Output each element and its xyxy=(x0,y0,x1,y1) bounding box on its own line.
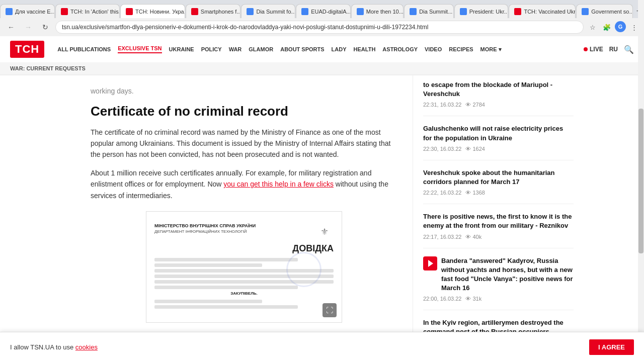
nav-video[interactable]: VIDEO xyxy=(425,46,442,52)
forward-button[interactable]: → xyxy=(21,20,35,34)
sidebar-news-2-time: 22:30, 16.03.22 xyxy=(423,146,461,152)
sidebar-news-2-meta: 22:30, 16.03.22 👁 1624 xyxy=(423,146,574,152)
eye-icon-2: 👁 xyxy=(465,146,471,152)
expand-doc-button[interactable]: ⛶ xyxy=(323,303,337,317)
nav-about-sports[interactable]: ABOUT SPORTS xyxy=(280,46,324,52)
section1-title: Certificate of no criminal record xyxy=(91,104,397,119)
scrollbar[interactable] xyxy=(638,0,644,362)
nav-ukraine[interactable]: UKRAINE xyxy=(169,46,194,52)
para2-link[interactable]: you can get this help in a few clicks xyxy=(223,180,334,188)
tab-8-label: Dia Summit... xyxy=(419,9,452,15)
nav-policy[interactable]: POLICY xyxy=(201,46,222,52)
sidebar-news-4[interactable]: There is positive news, the first to kno… xyxy=(423,212,574,248)
sidebar-news-3[interactable]: Vereshchuk spoke about the humanitarian … xyxy=(423,168,574,204)
cookie-agree-button[interactable]: I AGREE xyxy=(589,339,634,355)
tab-4-label: Smartphones f... xyxy=(201,9,241,15)
site-logo[interactable]: TCH xyxy=(10,41,44,58)
sidebar-news-5[interactable]: Bandera "answered" Kadyrov, Russia witho… xyxy=(423,256,574,311)
nav-lady[interactable]: LADY xyxy=(332,46,347,52)
sidebar-news-5-views: 👁 31k xyxy=(465,296,481,302)
refresh-button[interactable]: ↻ xyxy=(38,20,52,34)
extensions-button[interactable]: 🧩 xyxy=(601,21,613,33)
sidebar-news-3-time: 22:22, 16.03.22 xyxy=(423,190,461,196)
sidebar-news-5-time: 22:00, 16.03.22 xyxy=(423,296,461,302)
tab-11[interactable]: Government so... ✕ xyxy=(576,4,632,18)
tab-5-favicon xyxy=(247,8,254,15)
tab-1-favicon xyxy=(6,8,13,15)
sidebar-news-2[interactable]: Galushchenko will not raise electricity … xyxy=(423,124,574,160)
tab-9-label: President: Ukr... xyxy=(469,9,509,15)
article-para2: About 1 million receive such certificate… xyxy=(91,167,397,201)
nav-all-publications[interactable]: ALL PUBLICATIONS xyxy=(57,46,111,52)
sidebar-news-1-title: to escape from the blockade of Mariupol … xyxy=(423,80,574,99)
sidebar: to escape from the blockade of Mariupol … xyxy=(413,75,584,362)
tab-1[interactable]: Для vaccine E... ✕ xyxy=(0,4,55,18)
article-para1: The certificate of no criminal record wa… xyxy=(91,127,397,160)
tab-2-label: TCH: In 'Action' this... xyxy=(70,9,120,15)
doc-line-7 xyxy=(154,300,262,303)
browser-frame: Для vaccine E... ✕ TCH: In 'Action' this… xyxy=(0,0,644,36)
live-dot xyxy=(584,47,588,51)
nav-astrology[interactable]: ASTROLOGY xyxy=(382,46,418,52)
doc-line-6 xyxy=(154,286,298,289)
doc-ministry-text: МІНІСТЕРСТВО ВНУТРІШНІХ СПРАВ УКРАЇНИ ДЕ… xyxy=(154,223,256,236)
tab-10-favicon xyxy=(514,8,521,15)
tab-6-label: EUAD-digitalA... xyxy=(311,9,351,15)
eye-icon-4: 👁 xyxy=(465,234,471,240)
sidebar-news-4-views: 👁 40k xyxy=(465,234,481,240)
sidebar-news-3-views: 👁 1368 xyxy=(465,190,485,196)
sidebar-news-4-time: 22:17, 16.03.22 xyxy=(423,234,461,240)
sidebar-news-1[interactable]: to escape from the blockade of Mariupol … xyxy=(423,80,574,116)
address-bar: ← → ↻ ☆ 🧩 G ⋮ xyxy=(0,18,644,36)
scrollbar-thumb[interactable] xyxy=(638,109,643,253)
cookie-text: I allow TSN.UA to use cookies xyxy=(10,343,98,351)
tab-3[interactable]: TCH: Новини. Укра... ✕ xyxy=(120,4,185,18)
tab-9[interactable]: President: Ukr... ✕ xyxy=(454,4,509,18)
back-button[interactable]: ← xyxy=(4,20,18,34)
war-banner: WAR: CURRENT REQUESTS xyxy=(0,62,644,75)
tab-7[interactable]: More then 10... ✕ xyxy=(351,4,404,18)
tab-8[interactable]: Dia Summit... ✕ xyxy=(404,4,453,18)
tab-4[interactable]: Smartphones f... ✕ xyxy=(186,4,241,18)
tab-10[interactable]: TCH: Vaccinated Ukr... ✕ xyxy=(509,4,576,18)
tab-10-label: TCH: Vaccinated Ukr... xyxy=(524,9,576,15)
tabs-bar: Для vaccine E... ✕ TCH: In 'Action' this… xyxy=(0,0,644,18)
nav-exclusive-tsn[interactable]: EXCLUSIVE TSN xyxy=(118,45,162,53)
doc-bold-text: ЗАКУПІВЕЛЬ. xyxy=(154,291,334,296)
nav-more[interactable]: MORE ▾ xyxy=(480,46,502,53)
sidebar-news-4-meta: 22:17, 16.03.22 👁 40k xyxy=(423,234,574,240)
doc-emblem-icon: ⚜ xyxy=(315,223,334,241)
document-image: МІНІСТЕРСТВО ВНУТРІШНІХ СПРАВ УКРАЇНИ ДЕ… xyxy=(146,212,342,322)
address-input[interactable] xyxy=(55,21,584,34)
nav-recipes[interactable]: RECIPES xyxy=(449,46,473,52)
search-button[interactable]: 🔍 xyxy=(624,45,634,54)
profile-button[interactable]: G xyxy=(615,21,626,32)
war-banner-text: WAR: CURRENT REQUESTS xyxy=(10,65,86,71)
eye-icon-1: 👁 xyxy=(465,102,471,108)
tab-6[interactable]: EUAD-digitalA... ✕ xyxy=(296,4,351,18)
main-content: working days. Certificate of no criminal… xyxy=(0,75,413,362)
play-icon-5 xyxy=(428,260,433,267)
language-button[interactable]: RU xyxy=(609,46,618,53)
nav-health[interactable]: HEALTH xyxy=(354,46,376,52)
sidebar-news-1-time: 22:31, 16.03.22 xyxy=(423,102,461,108)
document-image-container: МІНІСТЕРСТВО ВНУТРІШНІХ СПРАВ УКРАЇНИ ДЕ… xyxy=(146,211,342,323)
tab-3-favicon xyxy=(126,8,133,15)
bookmark-button[interactable]: ☆ xyxy=(587,21,599,33)
eye-icon-3: 👁 xyxy=(465,190,471,196)
cookie-link[interactable]: cookies xyxy=(75,343,98,351)
top-nav: TCH ALL PUBLICATIONS EXCLUSIVE TSN UKRAI… xyxy=(0,36,644,62)
doc-line-2 xyxy=(154,263,262,267)
tab-11-label: Government so... xyxy=(591,9,632,15)
live-badge[interactable]: LIVE xyxy=(584,46,603,53)
tab-5[interactable]: Dia Summit fo... ✕ xyxy=(241,4,295,18)
nav-war[interactable]: WAR xyxy=(229,46,242,52)
sidebar-news-3-title: Vereshchuk spoke about the humanitarian … xyxy=(423,168,574,187)
nav-glamor[interactable]: GLAMOR xyxy=(249,46,273,52)
doc-emblem-area: ⚜ ДОВІДКА xyxy=(292,223,334,254)
sidebar-news-3-meta: 22:22, 16.03.22 👁 1368 xyxy=(423,190,574,196)
sidebar-news-4-title: There is positive news, the first to kno… xyxy=(423,212,574,230)
tab-2[interactable]: TCH: In 'Action' this... ✕ xyxy=(55,4,120,18)
sidebar-news-5-title: Bandera "answered" Kadyrov, Russia witho… xyxy=(423,256,574,293)
tab-7-favicon xyxy=(357,8,364,15)
